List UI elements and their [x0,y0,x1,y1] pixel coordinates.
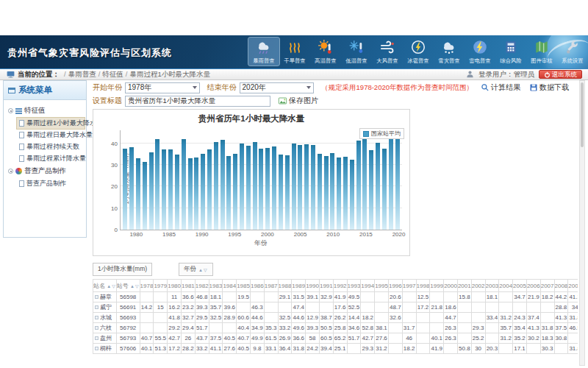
year-column-header-1982[interactable]: 1982 [195,280,209,292]
bar-slot-1985 [168,130,174,230]
value-cell-56793-2004: 31.2 [499,333,513,344]
year-column-header-1995[interactable]: 1995 [375,280,389,292]
year-column-header-1987[interactable]: 1987 [264,280,278,292]
value-cell-56691-2006 [526,302,540,313]
nav-heat-survey[interactable]: 高温普查 [310,38,341,66]
value-cell-57606-2007: 30.3 [540,344,554,354]
save-disk-icon [529,83,538,92]
year-column-header-2009[interactable]: 2009 [568,280,578,292]
page: 贵州省气象灾害风险评估与区划系统 暴雨普查 干旱普查 高温普查 低温 [0,0,588,368]
value-cell-56693-1993: 14.4 [347,313,361,323]
value-cell-56691-1989: 47.4 [292,302,306,313]
nav-system-settings[interactable]: 系统设置 [557,38,588,66]
tree-item-0-2[interactable]: 暴雨过程持续天数 [17,141,85,152]
y-tick-label: 10 [104,205,118,211]
value-cell-57606-1979: 51.3 [154,344,168,354]
end-year-select[interactable]: 2020年 [240,82,315,93]
year-column-header-1991[interactable]: 1991 [319,280,333,292]
breadcrumb-item-1[interactable]: 特征值 [102,70,123,78]
y-tick-label: 40 [104,140,118,146]
measure-field-box[interactable]: 1小时降水量(mm) [93,263,152,276]
value-cell-56793-1996 [388,333,402,344]
value-cell-56793-1981: 26 [181,333,195,344]
year-column-header-1990[interactable]: 1990 [306,280,320,292]
value-cell-57606-1990: 24.2 [306,344,320,354]
year-column-header-1983[interactable]: 1983 [209,280,223,292]
tree-group-1[interactable]: 普查产品制作 [5,165,85,177]
year-column-header-1980[interactable]: 1980 [168,280,182,292]
year-column-header-1978[interactable]: 1978 [140,280,154,292]
nav-lightning-survey[interactable]: 雷电普查 [465,38,495,66]
year-column-header-2001[interactable]: 2001 [457,280,471,292]
x-axis-label: 年份 [112,238,409,248]
expander-icon[interactable] [8,169,13,174]
vertical-scrollbar[interactable] [579,80,585,366]
calculate-button[interactable]: 计算结果 [481,82,520,93]
save-image-icon [278,96,287,105]
value-cell-56793-1978: 40.7 [140,333,154,344]
download-button[interactable]: 数据下载 [529,82,569,93]
year-column-header-2007[interactable]: 2007 [540,280,554,292]
year-column-header-2003[interactable]: 2003 [485,280,499,292]
bar-slot-2005 [297,130,304,230]
station-name-header[interactable]: 站名 ▲▽ [93,280,117,292]
year-column-header-1989[interactable]: 1989 [292,280,306,292]
save-image-button[interactable]: 保存图片 [278,96,318,106]
year-column-header-2004[interactable]: 2004 [499,280,513,292]
year-column-header-2005[interactable]: 2005 [513,280,527,292]
year-column-header-1994[interactable]: 1994 [361,280,375,292]
nav-drought-survey[interactable]: 干旱普查 [279,38,310,66]
year-column-header-2008[interactable]: 2008 [554,280,568,292]
nav-map-review[interactable]: 图件审核 [526,38,557,66]
value-cell-56598-1983: 18.1 [209,292,223,302]
year-column-header-1979[interactable]: 1979 [154,280,168,292]
tree-item-0-0[interactable]: 暴雨过程1小时最大降水量 [17,118,85,129]
tree-item-1-0[interactable]: 普查产品制作 [17,178,85,189]
year-field-box[interactable]: 年份▲▽ [179,263,213,276]
year-column-header-1992[interactable]: 1992 [333,280,347,292]
logout-button[interactable]: 退出系统 [539,70,582,79]
year-column-header-1985[interactable]: 1985 [237,280,251,292]
value-cell-56598-1990: 39.1 [306,292,320,302]
year-column-header-1984[interactable]: 1984 [223,280,237,292]
bar-slot-1997 [245,130,251,230]
top-whitespace [0,0,588,35]
year-column-header-2000[interactable]: 2000 [444,280,458,292]
year-column-header-1999[interactable]: 1999 [430,280,444,292]
nav-comprehensive-risk[interactable]: 综合风险 [495,38,526,66]
tree-group-0[interactable]: 特征值 [5,105,85,117]
start-year-select[interactable]: 1978年 [125,82,200,93]
year-column-header-1998[interactable]: 1998 [416,280,430,292]
scrollbar-thumb[interactable] [581,82,584,147]
year-column-header-1981[interactable]: 1981 [181,280,195,292]
nav-rainstorm-survey[interactable]: 暴雨普查 [248,38,279,66]
breadcrumb-item-2[interactable]: 暴雨过程1小时最大降水量 [129,70,210,78]
year-column-header-2006[interactable]: 2006 [526,280,540,292]
table-row-57606: 桐梓5760640.151.317.228.233.241.127.640.59… [93,344,578,354]
title-input[interactable] [125,96,270,107]
tree-item-0-1[interactable]: 暴雨过程日最大降水量 [17,130,85,141]
query-row-1: 开始年份 1978年 结束年份 2020年 （规定采用1978-2020年数据作… [93,82,578,93]
nav-wind-survey[interactable]: 大风普查 [372,38,403,66]
nav-cold-survey[interactable]: 低温普查 [341,38,372,66]
station-id-header[interactable]: 站号 ▲▽ [116,280,140,292]
year-column-header-1993[interactable]: 1993 [347,280,361,292]
value-cell-56793-2008: 30.8 [554,333,568,344]
value-cell-56691-1978: 14.2 [140,302,154,313]
value-cell-57606-1993 [347,344,361,354]
year-column-header-1986[interactable]: 1986 [250,280,264,292]
breadcrumb-item-0[interactable]: 暴雨普查 [68,70,96,78]
chart-legend: 国家站平均 [359,128,404,139]
value-cell-56793-2009 [568,333,578,344]
year-column-header-2002[interactable]: 2002 [471,280,485,292]
value-cell-56598-1982: 46.8 [195,292,209,302]
nav-hail-survey[interactable]: 冰雹普查 [403,38,434,66]
year-column-header-1996[interactable]: 1996 [388,280,402,292]
expander-icon[interactable] [8,108,13,113]
tree-item-0-3[interactable]: 暴雨过程累计降水量 [17,153,85,164]
nav-snow-survey[interactable]: 雪灾普查 [434,38,465,66]
station-id-cell: 56793 [116,333,140,344]
year-column-header-1988[interactable]: 1988 [278,280,292,292]
station-name: 水城 [100,314,112,321]
year-column-header-1997[interactable]: 1997 [402,280,416,292]
